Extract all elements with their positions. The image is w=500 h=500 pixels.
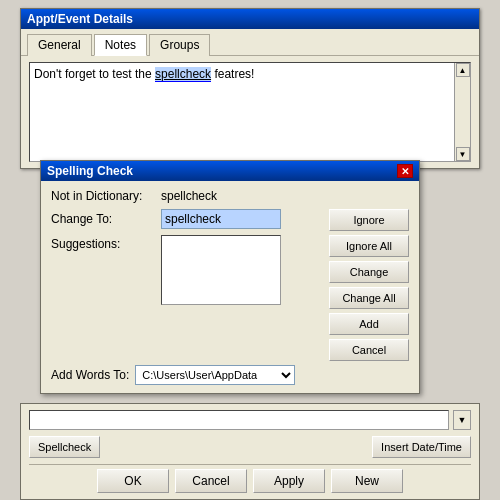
notes-text-after: featres! — [211, 67, 254, 81]
toolbar-dropdown-button[interactable]: ▼ — [453, 410, 471, 430]
dialog-footer: OK Cancel Apply New — [29, 464, 471, 493]
notes-text-before: Don't forget to test the — [34, 67, 155, 81]
scroll-up-arrow[interactable]: ▲ — [456, 63, 470, 77]
spellcheck-button[interactable]: Spellcheck — [29, 436, 100, 458]
ok-button[interactable]: OK — [97, 469, 169, 493]
change-to-input[interactable] — [161, 209, 281, 229]
ignore-all-button[interactable]: Ignore All — [329, 235, 409, 257]
add-button[interactable]: Add — [329, 313, 409, 335]
suggestions-row: Suggestions: — [51, 235, 319, 305]
insert-date-button[interactable]: Insert Date/Time — [372, 436, 471, 458]
not-in-dict-row: Not in Dictionary: spellcheck — [51, 189, 409, 203]
scroll-down-arrow[interactable]: ▼ — [456, 147, 470, 161]
change-all-button[interactable]: Change All — [329, 287, 409, 309]
suggestions-label: Suggestions: — [51, 235, 161, 251]
spell-action-buttons: Ignore Ignore All Change Change All Add … — [329, 209, 409, 361]
bottom-panel: ▼ Spellcheck Insert Date/Time OK Cancel … — [20, 403, 480, 500]
ignore-button[interactable]: Ignore — [329, 209, 409, 231]
toolbar-row: ▼ — [29, 410, 471, 430]
notes-scrollbar[interactable]: ▲ ▼ — [454, 63, 470, 161]
tab-bar: General Notes Groups — [21, 29, 479, 56]
change-button[interactable]: Change — [329, 261, 409, 283]
spell-title: Spelling Check — [47, 164, 133, 178]
suggestions-textarea[interactable] — [161, 235, 281, 305]
toolbar-buttons: Spellcheck Insert Date/Time — [29, 436, 471, 458]
not-in-dict-value: spellcheck — [161, 189, 217, 203]
spell-title-bar: Spelling Check ✕ — [41, 161, 419, 181]
main-title-bar: Appt/Event Details — [21, 9, 479, 29]
notes-area[interactable]: Don't forget to test the spellcheck feat… — [29, 62, 471, 162]
toolbar-input[interactable] — [29, 410, 449, 430]
add-words-select[interactable]: C:\Users\User\AppData — [135, 365, 295, 385]
add-words-label: Add Words To: — [51, 368, 129, 382]
apply-button[interactable]: Apply — [253, 469, 325, 493]
tab-notes[interactable]: Notes — [94, 34, 147, 56]
spell-close-button[interactable]: ✕ — [397, 164, 413, 178]
spell-dialog: Spelling Check ✕ Not in Dictionary: spel… — [40, 160, 420, 394]
change-to-label: Change To: — [51, 212, 161, 226]
spell-content: Not in Dictionary: spellcheck Change To:… — [41, 181, 419, 393]
main-window: Appt/Event Details General Notes Groups … — [20, 8, 480, 169]
change-to-row: Change To: — [51, 209, 319, 229]
cancel-button[interactable]: Cancel — [175, 469, 247, 493]
main-title: Appt/Event Details — [27, 12, 133, 26]
tab-general[interactable]: General — [27, 34, 92, 56]
new-button[interactable]: New — [331, 469, 403, 493]
not-in-dict-label: Not in Dictionary: — [51, 189, 161, 203]
add-words-row: Add Words To: C:\Users\User\AppData — [51, 365, 409, 385]
notes-spellcheck-word: spellcheck — [155, 67, 211, 82]
spell-cancel-button[interactable]: Cancel — [329, 339, 409, 361]
tab-groups[interactable]: Groups — [149, 34, 210, 56]
